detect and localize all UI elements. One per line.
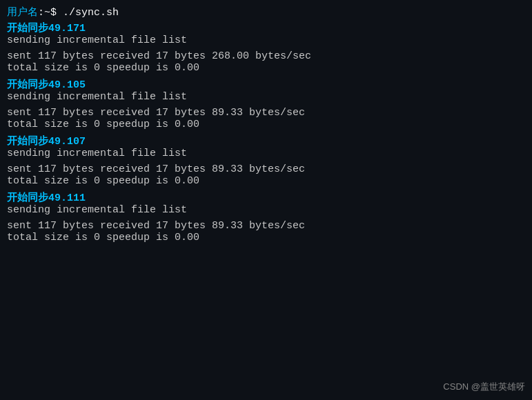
title-bar: 用户名:~$ ./sync.sh bbox=[7, 6, 525, 19]
terminal-line: total size is 0 speedup is 0.00 bbox=[7, 119, 525, 130]
terminal-line: sending incremental file list bbox=[7, 34, 525, 46]
watermark: CSDN @盖世英雄呀 bbox=[443, 381, 525, 393]
terminal-line: sent 117 bytes received 17 bytes 89.33 b… bbox=[7, 220, 525, 232]
terminal-line: sent 117 bytes received 17 bytes 268.00 … bbox=[7, 50, 525, 62]
terminal-line: sent 117 bytes received 17 bytes 89.33 b… bbox=[7, 107, 525, 119]
terminal-host: :~$ bbox=[38, 7, 57, 19]
terminal-window: 用户名:~$ ./sync.sh 开始同步49.171sending incre… bbox=[0, 0, 532, 400]
sync-block-4: 开始同步49.111sending incremental file list … bbox=[7, 191, 525, 243]
terminal-line: total size is 0 speedup is 0.00 bbox=[7, 62, 525, 74]
terminal-line: sending incremental file list bbox=[7, 204, 525, 216]
terminal-line: sending incremental file list bbox=[7, 91, 525, 103]
terminal-line: total size is 0 speedup is 0.00 bbox=[7, 175, 525, 187]
terminal-line: sending incremental file list bbox=[7, 148, 525, 159]
terminal-line: sent 117 bytes received 17 bytes 89.33 b… bbox=[7, 163, 525, 175]
sync-header-2: 开始同步49.105 bbox=[7, 78, 525, 91]
sync-header-4: 开始同步49.111 bbox=[7, 191, 525, 204]
sync-block-3: 开始同步49.107sending incremental file list … bbox=[7, 134, 525, 187]
sync-block-1: 开始同步49.171sending incremental file list … bbox=[7, 21, 525, 74]
sync-header-1: 开始同步49.171 bbox=[7, 21, 525, 34]
terminal-user: 用户名 bbox=[7, 7, 38, 19]
terminal-output: 开始同步49.171sending incremental file list … bbox=[7, 21, 525, 243]
sync-block-2: 开始同步49.105sending incremental file list … bbox=[7, 78, 525, 130]
sync-header-3: 开始同步49.107 bbox=[7, 134, 525, 148]
terminal-line: total size is 0 speedup is 0.00 bbox=[7, 232, 525, 243]
terminal-command: ./sync.sh bbox=[57, 7, 119, 19]
